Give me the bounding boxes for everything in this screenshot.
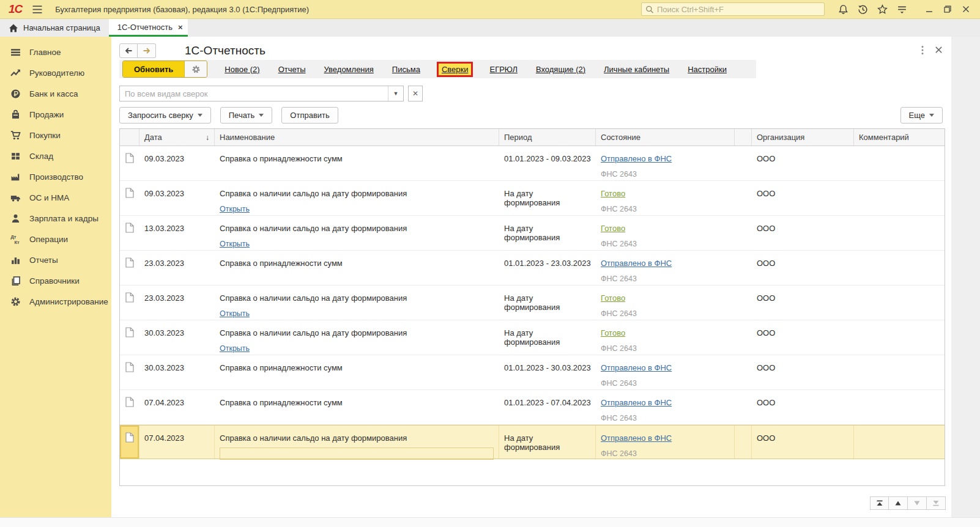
open-document-link[interactable]: Открыть (220, 309, 250, 318)
section-tab-egrul[interactable]: ЕГРЮЛ (489, 65, 517, 74)
table-row[interactable]: 30.03.2023Справка о наличии сальдо на да… (120, 320, 945, 355)
section-tab-settings[interactable]: Настройки (688, 65, 727, 74)
sidebar-item-books[interactable]: Справочники (0, 270, 111, 291)
status-link-ready[interactable]: Готово (601, 328, 625, 337)
main-menu-icon[interactable] (28, 5, 46, 14)
bell-icon[interactable] (833, 1, 853, 17)
section-tab-reconciliations-highlighted[interactable]: Сверки (439, 64, 472, 75)
forward-button[interactable] (138, 43, 156, 58)
table-row-selected[interactable]: 07.04.2023Справка о наличии сальдо на да… (120, 425, 945, 459)
filter-clear-button[interactable]: ✕ (408, 86, 423, 101)
section-tab-personal-accounts[interactable]: Личные кабинеты (604, 65, 669, 74)
minimize-icon[interactable] (920, 1, 938, 17)
cell-name: Справка о наличии сальдо на дату формиро… (215, 426, 499, 459)
action-row: Запросить сверку Печать Отправить Еще (119, 107, 943, 123)
section-tab-new[interactable]: Новое (2) (225, 65, 259, 74)
tab-home[interactable]: Начальная страница (0, 19, 109, 37)
section-tab-notifications[interactable]: Уведомления (324, 65, 374, 74)
status-link-sent[interactable]: Отправлено в ФНС (601, 363, 672, 372)
sidebar-item-ruble-coin[interactable]: Банк и касса (0, 83, 111, 104)
section-tab-inbox[interactable]: Входящие (2) (536, 65, 585, 74)
back-button[interactable] (119, 43, 138, 58)
col-header-comment[interactable]: Комментарий (854, 129, 945, 146)
refresh-settings-button[interactable] (185, 61, 207, 77)
status-link-sent[interactable]: Отправлено в ФНС (601, 154, 672, 163)
status-link-ready[interactable]: Готово (601, 189, 625, 198)
open-document-link[interactable]: Открыть (220, 344, 250, 353)
global-search[interactable] (641, 2, 825, 16)
scroll-up-icon[interactable] (889, 496, 908, 510)
history-icon[interactable] (853, 1, 872, 17)
col-header-date[interactable]: Дата ↓ (139, 129, 215, 146)
status-link-sent[interactable]: Отправлено в ФНС (601, 259, 672, 268)
sidebar-item-trend[interactable]: Руководителю (0, 62, 111, 83)
sidebar-item-gear[interactable]: Администрирование (0, 291, 111, 312)
print-button[interactable]: Печать (220, 107, 273, 123)
table-row[interactable]: 30.03.2023Справка о принадлежности сумм0… (120, 355, 945, 390)
cell-name: Справка о наличии сальдо на дату формиро… (215, 181, 499, 215)
status-link-sent[interactable]: Отправлено в ФНС (601, 398, 672, 407)
cell-name: Справка о принадлежности сумм (215, 355, 499, 389)
col-header-period[interactable]: Период (499, 129, 596, 146)
section-tab-reports[interactable]: Отчеты (278, 65, 306, 74)
scroll-top-icon[interactable] (870, 496, 889, 510)
table-row[interactable]: 23.03.2023Справка о наличии сальдо на да… (120, 286, 945, 320)
col-header-org[interactable]: Организация (752, 129, 854, 146)
tab-close-icon[interactable]: × (178, 23, 183, 32)
status-link-ready[interactable]: Готово (601, 293, 625, 303)
sidebar-item-barchart[interactable]: Отчеты (0, 249, 111, 270)
tab-1c-reporting[interactable]: 1С-Отчетность × (109, 19, 188, 37)
restore-icon[interactable] (938, 1, 957, 17)
cell-date: 30.03.2023 (139, 320, 215, 355)
sidebar-item-truck[interactable]: ОС и НМА (0, 187, 111, 208)
sidebar-item-dtkt[interactable]: ДтКтОперации (0, 229, 111, 249)
table-row[interactable]: 09.03.2023Справка о принадлежности сумм0… (120, 146, 945, 181)
sidebar-item-person[interactable]: Зарплата и кадры (0, 208, 111, 229)
col-header-icon[interactable] (120, 129, 139, 146)
kebab-menu-icon[interactable] (921, 45, 924, 57)
status-authority: ФНС 2643 (601, 414, 730, 422)
cell-comment (854, 320, 945, 355)
send-button[interactable]: Отправить (281, 107, 338, 123)
sidebar-item-grid[interactable]: Склад (0, 146, 111, 166)
scroll-bottom-icon[interactable] (927, 496, 946, 510)
section-tab-letters[interactable]: Письма (392, 65, 420, 74)
1c-logo: 1С (0, 2, 28, 16)
scroll-down-icon[interactable] (908, 496, 927, 510)
sidebar-item-menu[interactable]: Главное (0, 42, 111, 62)
col-header-status[interactable]: Состояние (596, 129, 735, 146)
combobox-dropdown-icon[interactable]: ▼ (388, 86, 403, 101)
cell-organization: ООО (752, 355, 854, 389)
table-row[interactable]: 13.03.2023Справка о наличии сальдо на да… (120, 216, 945, 251)
open-document-link[interactable]: Открыть (220, 240, 250, 248)
status-authority: ФНС 2643 (601, 344, 730, 353)
cell-date: 07.04.2023 (139, 426, 215, 459)
status-link-ready[interactable]: Готово (601, 224, 625, 233)
open-document-link[interactable]: Открыть (220, 205, 250, 213)
reconciliation-filter-combobox[interactable]: ▼ (119, 86, 404, 101)
table-row[interactable]: 07.04.2023Справка о принадлежности сумм0… (120, 390, 945, 425)
cell-comment (854, 146, 945, 180)
cell-name: Справка о наличии сальдо на дату формиро… (215, 320, 499, 355)
sidebar-item-factory[interactable]: Производство (0, 166, 111, 187)
table-row[interactable]: 09.03.2023Справка о наличии сальдо на да… (120, 181, 945, 216)
refresh-button[interactable]: Обновить (123, 61, 185, 77)
sidebar-item-bag[interactable]: Продажи (0, 104, 111, 125)
sidebar-item-cart[interactable]: Покупки (0, 125, 111, 146)
close-icon[interactable] (957, 1, 975, 17)
search-input[interactable] (657, 5, 820, 14)
star-icon[interactable] (872, 1, 892, 17)
service-menu-icon[interactable] (892, 1, 911, 17)
document-icon (120, 320, 139, 355)
request-reconciliation-button[interactable]: Запросить сверку (119, 107, 211, 123)
bottom-strip (0, 517, 980, 527)
status-link-sent[interactable]: Отправлено в ФНС (601, 433, 672, 443)
panel-close-icon[interactable] (935, 46, 943, 56)
col-header-name[interactable]: Наименование (215, 129, 499, 146)
table-row[interactable]: 23.03.2023Справка о принадлежности сумм0… (120, 251, 945, 286)
reconciliation-filter-input[interactable] (120, 86, 388, 101)
sidebar-item-label: Продажи (29, 110, 64, 119)
cell-organization: ООО (752, 286, 854, 320)
more-button[interactable]: Еще (900, 107, 943, 123)
table-scroll-nav (870, 496, 946, 510)
